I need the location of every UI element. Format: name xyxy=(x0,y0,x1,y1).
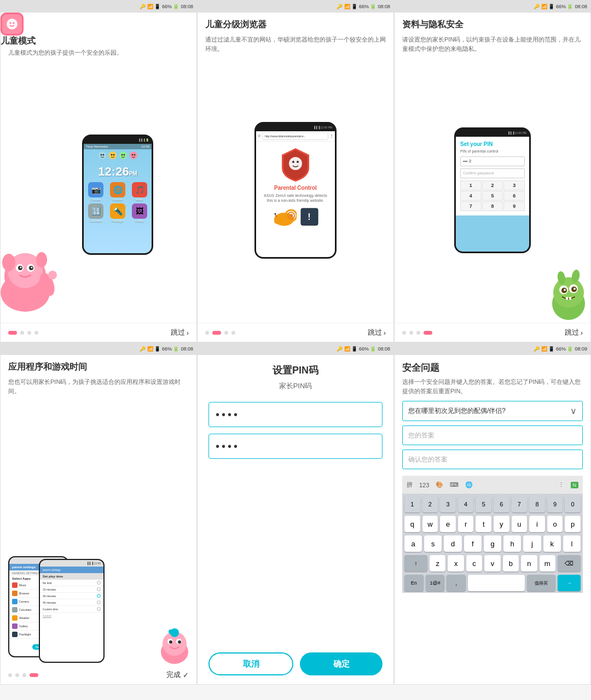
key-3[interactable]: 3 xyxy=(503,180,525,190)
kb-tool-emoji[interactable]: 🎨 xyxy=(436,481,443,488)
done-button[interactable]: 完成 ✓ xyxy=(166,670,189,680)
kb-tool-globe[interactable]: 🌐 xyxy=(465,481,473,488)
key-x[interactable]: x xyxy=(448,555,463,571)
key-comma[interactable]: , xyxy=(447,575,466,591)
svg-point-49 xyxy=(564,289,566,291)
key-t[interactable]: t xyxy=(476,516,491,532)
key-r[interactable]: r xyxy=(458,516,474,532)
key-1at[interactable]: 1@# xyxy=(426,575,445,591)
key-i[interactable]: i xyxy=(529,516,545,532)
key-num-4[interactable]: 4 xyxy=(458,496,474,512)
playtime-title: Set play time xyxy=(40,573,103,580)
key-q[interactable]: q xyxy=(404,516,420,532)
pin-phone-screen: Set your PIN PIN of parental control •••… xyxy=(456,137,529,252)
key-backspace[interactable]: ⌫ xyxy=(558,555,581,571)
key-p[interactable]: p xyxy=(565,516,581,532)
skip-label-2: 跳过 xyxy=(368,328,382,337)
key-num-8[interactable]: 8 xyxy=(529,496,545,512)
key-6[interactable]: 6 xyxy=(503,191,525,201)
svg-point-20 xyxy=(111,154,112,156)
key-u[interactable]: u xyxy=(512,516,528,532)
key-a[interactable]: a xyxy=(404,535,422,552)
key-1[interactable]: 1 xyxy=(460,180,482,190)
panel-privacy: 🔑 📶 📱 66% 🔋 08:08 资料与隐私安全 请设置您的家长PIN码，以约… xyxy=(394,0,591,342)
key-enter[interactable]: → xyxy=(558,575,581,591)
cancel-button[interactable]: 取消 xyxy=(208,652,293,675)
panel-3-desc: 请设置您的家长PIN码，以约束孩子在设备上能使用的范围，并在儿童模式中保护您的来… xyxy=(395,33,590,57)
key-7[interactable]: 7 xyxy=(460,201,482,211)
svg-rect-52 xyxy=(569,297,571,300)
panel-1-bottom: 跳过 › xyxy=(1,323,196,342)
kb-tool-pinyin[interactable]: 拼 xyxy=(407,481,413,489)
pin-screen-subtitle: PIN of parental control xyxy=(460,149,525,153)
key-o[interactable]: o xyxy=(547,516,563,532)
key-e[interactable]: e xyxy=(440,516,456,532)
clock-display: 12:26 xyxy=(98,165,129,178)
key-shift[interactable]: ↑ xyxy=(404,555,427,571)
key-num-5[interactable]: 5 xyxy=(476,496,491,512)
key-l[interactable]: l xyxy=(563,535,581,552)
key-v[interactable]: v xyxy=(484,555,500,571)
key-num-6[interactable]: 6 xyxy=(494,496,509,512)
dropdown-chevron: ∨ xyxy=(570,406,577,416)
key-n[interactable]: n xyxy=(521,555,537,571)
skip-button-3[interactable]: 跳过 › xyxy=(565,328,583,337)
key-c[interactable]: c xyxy=(466,555,482,571)
browser-settings-icon xyxy=(12,591,18,596)
cartoon-row xyxy=(84,149,152,161)
key-k[interactable]: k xyxy=(543,535,561,552)
gallery-settings-icon xyxy=(12,623,18,629)
phone-screen-1: Time Reminder 14:58 12:26 xyxy=(84,144,152,253)
svg-point-28 xyxy=(289,157,302,170)
key-y[interactable]: y xyxy=(494,516,509,532)
key-h[interactable]: h xyxy=(503,535,521,552)
key-f[interactable]: f xyxy=(464,535,482,552)
pin-field-1[interactable]: •••• xyxy=(208,402,383,427)
skip-button-2[interactable]: 跳过 › xyxy=(368,328,386,337)
skip-button-1[interactable]: 跳过 › xyxy=(171,328,189,337)
kb-tool-more[interactable]: ⋮ xyxy=(558,481,564,488)
security-title: 安全问题 xyxy=(402,361,583,374)
answer-field[interactable]: 您的答案 xyxy=(402,425,583,445)
key-d[interactable]: d xyxy=(444,535,461,552)
cartoon-char-3 xyxy=(119,151,128,160)
confirm-answer-field[interactable]: 确认您的答案 xyxy=(402,450,583,469)
pin-phone-mockup: ▐▐ ▐ 12:00 PM Set your PIN PIN of parent… xyxy=(454,127,531,253)
key-z[interactable]: z xyxy=(430,555,445,571)
security-question-dropdown[interactable]: 您在哪里初次见到您的配偶/伴侣? ∨ xyxy=(402,401,583,421)
key-j[interactable]: j xyxy=(523,535,541,552)
key-5[interactable]: 5 xyxy=(482,191,503,201)
pin-field-2[interactable]: •••• xyxy=(208,434,383,459)
kb-tool-123[interactable]: 123 xyxy=(419,482,429,488)
key-num-7[interactable]: 7 xyxy=(512,496,528,512)
dot-4-active xyxy=(30,673,38,677)
confirm-button[interactable]: 确定 xyxy=(300,652,383,675)
statusbar-2: 🔑 📶 📱 66% 🔋 08:08 xyxy=(198,1,393,13)
key-s[interactable]: s xyxy=(424,535,442,552)
key-8[interactable]: 8 xyxy=(482,201,503,211)
key-num-9[interactable]: 9 xyxy=(547,496,563,512)
key-num-3[interactable]: 3 xyxy=(440,496,456,512)
snail-svg xyxy=(272,207,297,226)
key-num-0[interactable]: 0 xyxy=(565,496,581,512)
statusbar-1: 🔑 📶 📱 66% 🔋 08:08 xyxy=(1,1,196,13)
kb-tool-keyboard[interactable]: ⌨ xyxy=(450,481,459,488)
key-w[interactable]: w xyxy=(422,516,438,532)
key-b[interactable]: b xyxy=(503,555,519,571)
key-m[interactable]: m xyxy=(540,555,555,571)
panel-1-title-block: 儿童模式 xyxy=(1,36,196,46)
key-num-2[interactable]: 2 xyxy=(422,496,438,512)
cancel-link[interactable]: Cancel xyxy=(43,614,51,617)
key-2[interactable]: 2 xyxy=(482,180,503,190)
key-9[interactable]: 9 xyxy=(503,201,525,211)
key-zhide[interactable]: 值得买 xyxy=(527,575,555,591)
key-en[interactable]: En xyxy=(404,575,424,591)
key-4[interactable]: 4 xyxy=(460,191,482,201)
time-value: 14:58 xyxy=(141,145,149,148)
keyboard: 拼 123 🎨 ⌨ 🌐 ⋮ N 1 2 3 4 5 xyxy=(402,476,583,593)
playtime-status: ▐▐ ▐ 12:00 xyxy=(86,562,101,565)
green-monster xyxy=(538,257,588,323)
key-g[interactable]: g xyxy=(484,535,501,552)
key-space[interactable] xyxy=(468,575,525,591)
key-num-1[interactable]: 1 xyxy=(404,496,420,512)
